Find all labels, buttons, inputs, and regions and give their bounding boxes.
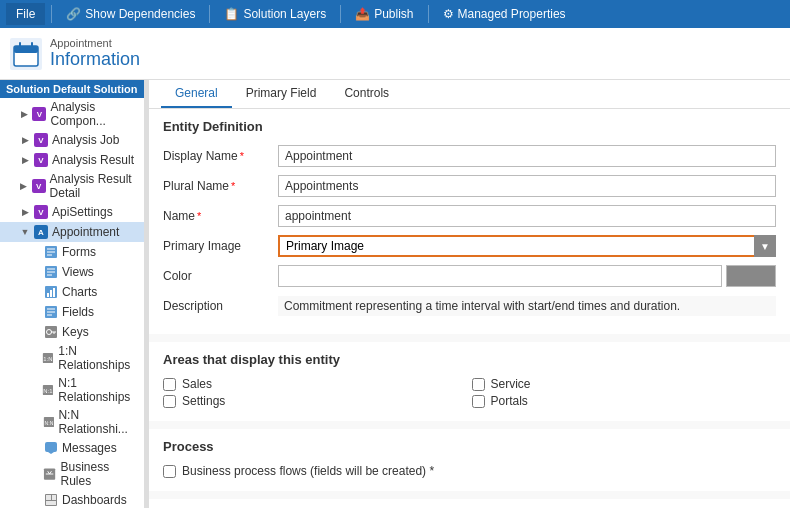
toolbar: File 🔗 Show Dependencies 📋 Solution Laye… bbox=[0, 0, 790, 28]
description-row: Description Commitment representing a ti… bbox=[163, 294, 776, 318]
app-icon bbox=[10, 38, 42, 70]
sales-checkbox[interactable] bbox=[163, 378, 176, 391]
svg-rect-16 bbox=[53, 288, 55, 297]
sidebar-item-views[interactable]: Views bbox=[0, 262, 144, 282]
sales-checkbox-row: Sales Settings bbox=[163, 377, 468, 411]
fields-icon bbox=[44, 305, 58, 319]
portals-label[interactable]: Portals bbox=[472, 394, 777, 408]
publish-button[interactable]: 📤 Publish bbox=[347, 3, 421, 25]
plural-name-label-text: Plural Name bbox=[163, 179, 229, 193]
sidebar-label: N:1 Relationships bbox=[58, 376, 138, 404]
display-name-input[interactable] bbox=[278, 145, 776, 167]
color-row: Color bbox=[163, 264, 776, 288]
expand-icon: ▶ bbox=[20, 207, 30, 217]
sidebar-item-messages[interactable]: Messages bbox=[0, 438, 144, 458]
sidebar-item-analysis-component[interactable]: ▶ V Analysis Compon... bbox=[0, 98, 144, 130]
sidebar-item-dashboards[interactable]: Dashboards bbox=[0, 490, 144, 508]
color-label: Color bbox=[163, 269, 278, 283]
sidebar: Solution Default Solution ▶ V Analysis C… bbox=[0, 80, 145, 508]
solution-layers-button[interactable]: 📋 Solution Layers bbox=[216, 3, 334, 25]
name-input[interactable] bbox=[278, 205, 776, 227]
header-subtitle: Appointment bbox=[50, 37, 140, 49]
svg-text:1:N: 1:N bbox=[44, 356, 53, 362]
svg-marker-32 bbox=[48, 452, 54, 454]
svg-rect-36 bbox=[46, 495, 51, 500]
sidebar-label: Business Rules bbox=[61, 460, 139, 488]
toolbar-separator bbox=[51, 5, 52, 23]
messages-icon bbox=[44, 441, 58, 455]
sidebar-label: Analysis Result Detail bbox=[50, 172, 138, 200]
entity-icon: V bbox=[32, 107, 46, 121]
entity-icon: V bbox=[32, 179, 46, 193]
sidebar-item-charts[interactable]: Charts bbox=[0, 282, 144, 302]
business-process-flows-checkbox[interactable] bbox=[163, 465, 176, 478]
business-process-flows-label[interactable]: Business process flows (fields will be c… bbox=[163, 464, 776, 478]
sidebar-item-api-settings[interactable]: ▶ V ApiSettings bbox=[0, 202, 144, 222]
sidebar-label: Charts bbox=[62, 285, 97, 299]
name-label: Name * bbox=[163, 209, 278, 223]
process-section-title: Process bbox=[163, 439, 776, 454]
sidebar-item-analysis-job[interactable]: ▶ V Analysis Job bbox=[0, 130, 144, 150]
link-icon: 🔗 bbox=[66, 7, 81, 21]
settings-checkbox[interactable] bbox=[163, 395, 176, 408]
tabs-bar: General Primary Field Controls bbox=[149, 80, 790, 109]
portals-checkbox[interactable] bbox=[472, 395, 485, 408]
entity-definition-section: Entity Definition Display Name * Plural … bbox=[149, 109, 790, 334]
sidebar-item-1n-relationships[interactable]: 1:N 1:N Relationships bbox=[0, 342, 144, 374]
color-input[interactable] bbox=[278, 265, 722, 287]
service-label-text: Service bbox=[491, 377, 531, 391]
sidebar-item-fields[interactable]: Fields bbox=[0, 302, 144, 322]
file-button[interactable]: File bbox=[6, 3, 45, 25]
settings-label-text: Settings bbox=[182, 394, 225, 408]
communication-section: Communication & Collaboration Feedback *… bbox=[149, 499, 790, 508]
sales-label[interactable]: Sales bbox=[163, 377, 468, 391]
settings-label[interactable]: Settings bbox=[163, 394, 468, 408]
tab-controls[interactable]: Controls bbox=[330, 80, 403, 108]
toolbar-separator4 bbox=[428, 5, 429, 23]
service-checkbox[interactable] bbox=[472, 378, 485, 391]
sidebar-item-appointment[interactable]: ▼ A Appointment bbox=[0, 222, 144, 242]
sidebar-item-analysis-result-detail[interactable]: ▶ V Analysis Result Detail bbox=[0, 170, 144, 202]
color-swatch[interactable] bbox=[726, 265, 776, 287]
expand-icon: ▶ bbox=[20, 155, 30, 165]
service-label[interactable]: Service bbox=[472, 377, 777, 391]
managed-properties-button[interactable]: ⚙ Managed Properties bbox=[435, 3, 574, 25]
primary-image-select[interactable]: Primary Image bbox=[278, 235, 776, 257]
expand-icon: ▶ bbox=[20, 135, 30, 145]
sidebar-item-n1-relationships[interactable]: N:1 N:1 Relationships bbox=[0, 374, 144, 406]
tab-general[interactable]: General bbox=[161, 80, 232, 108]
color-input-container bbox=[278, 265, 776, 287]
sales-label-text: Sales bbox=[182, 377, 212, 391]
charts-icon bbox=[44, 285, 58, 299]
sidebar-item-keys[interactable]: Keys bbox=[0, 322, 144, 342]
entity-icon: V bbox=[34, 133, 48, 147]
expand-icon: ▶ bbox=[20, 109, 28, 119]
sidebar-item-analysis-result[interactable]: ▶ V Analysis Result bbox=[0, 150, 144, 170]
nn-rel-icon: N:N bbox=[43, 415, 55, 429]
display-name-label-text: Display Name bbox=[163, 149, 238, 163]
sidebar-item-business-rules[interactable]: Business Rules bbox=[0, 458, 144, 490]
sidebar-label: ApiSettings bbox=[52, 205, 113, 219]
dashboards-icon bbox=[44, 493, 58, 507]
layers-icon: 📋 bbox=[224, 7, 239, 21]
toolbar-separator2 bbox=[209, 5, 210, 23]
svg-rect-14 bbox=[47, 293, 49, 297]
sidebar-item-forms[interactable]: Forms bbox=[0, 242, 144, 262]
primary-image-row: Primary Image Primary Image ▼ bbox=[163, 234, 776, 258]
svg-rect-2 bbox=[14, 46, 38, 53]
tab-primary-field[interactable]: Primary Field bbox=[232, 80, 331, 108]
show-dependencies-button[interactable]: 🔗 Show Dependencies bbox=[58, 3, 203, 25]
process-section: Process Business process flows (fields w… bbox=[149, 429, 790, 491]
dropdown-arrow-icon: ▼ bbox=[754, 235, 776, 257]
entity-icon: A bbox=[34, 225, 48, 239]
display-name-row: Display Name * bbox=[163, 144, 776, 168]
page-header: Appointment Information bbox=[0, 28, 790, 80]
1n-rel-icon: 1:N bbox=[42, 351, 54, 365]
sidebar-label: Keys bbox=[62, 325, 89, 339]
sidebar-section-title: Solution Default Solution bbox=[0, 80, 144, 98]
primary-image-label: Primary Image bbox=[163, 239, 278, 253]
plural-name-input[interactable] bbox=[278, 175, 776, 197]
sidebar-item-nn-relationships[interactable]: N:N N:N Relationshi... bbox=[0, 406, 144, 438]
svg-text:N:N: N:N bbox=[44, 420, 53, 426]
forms-icon bbox=[44, 245, 58, 259]
